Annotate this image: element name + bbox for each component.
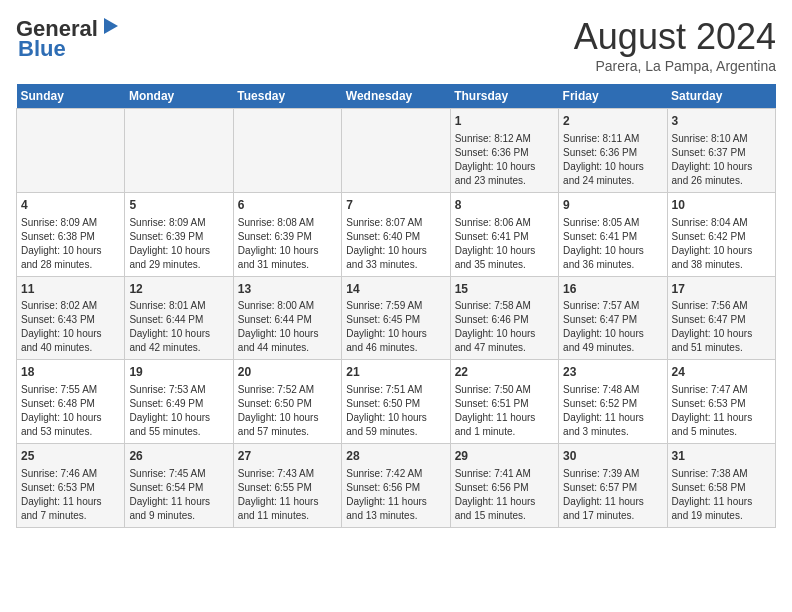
subtitle: Parera, La Pampa, Argentina — [574, 58, 776, 74]
day-info: Sunrise: 8:06 AM Sunset: 6:41 PM Dayligh… — [455, 216, 554, 272]
calendar-cell: 19Sunrise: 7:53 AM Sunset: 6:49 PM Dayli… — [125, 360, 233, 444]
calendar-cell: 11Sunrise: 8:02 AM Sunset: 6:43 PM Dayli… — [17, 276, 125, 360]
day-info: Sunrise: 8:09 AM Sunset: 6:39 PM Dayligh… — [129, 216, 228, 272]
day-info: Sunrise: 7:59 AM Sunset: 6:45 PM Dayligh… — [346, 299, 445, 355]
day-number: 2 — [563, 113, 662, 130]
title-block: August 2024 Parera, La Pampa, Argentina — [574, 16, 776, 74]
day-number: 11 — [21, 281, 120, 298]
day-number: 19 — [129, 364, 228, 381]
day-info: Sunrise: 7:38 AM Sunset: 6:58 PM Dayligh… — [672, 467, 771, 523]
calendar-cell — [233, 109, 341, 193]
calendar-cell: 15Sunrise: 7:58 AM Sunset: 6:46 PM Dayli… — [450, 276, 558, 360]
calendar-cell: 29Sunrise: 7:41 AM Sunset: 6:56 PM Dayli… — [450, 444, 558, 528]
day-info: Sunrise: 7:51 AM Sunset: 6:50 PM Dayligh… — [346, 383, 445, 439]
logo-icon — [100, 16, 122, 38]
calendar-cell: 24Sunrise: 7:47 AM Sunset: 6:53 PM Dayli… — [667, 360, 775, 444]
day-number: 13 — [238, 281, 337, 298]
calendar-cell: 30Sunrise: 7:39 AM Sunset: 6:57 PM Dayli… — [559, 444, 667, 528]
day-number: 18 — [21, 364, 120, 381]
page-header: General Blue August 2024 Parera, La Pamp… — [16, 16, 776, 74]
calendar-cell: 17Sunrise: 7:56 AM Sunset: 6:47 PM Dayli… — [667, 276, 775, 360]
day-number: 9 — [563, 197, 662, 214]
day-number: 23 — [563, 364, 662, 381]
calendar-table: SundayMondayTuesdayWednesdayThursdayFrid… — [16, 84, 776, 528]
header-day-tuesday: Tuesday — [233, 84, 341, 109]
day-number: 17 — [672, 281, 771, 298]
calendar-cell: 12Sunrise: 8:01 AM Sunset: 6:44 PM Dayli… — [125, 276, 233, 360]
calendar-cell: 22Sunrise: 7:50 AM Sunset: 6:51 PM Dayli… — [450, 360, 558, 444]
calendar-cell: 6Sunrise: 8:08 AM Sunset: 6:39 PM Daylig… — [233, 192, 341, 276]
day-number: 12 — [129, 281, 228, 298]
day-number: 26 — [129, 448, 228, 465]
calendar-cell: 18Sunrise: 7:55 AM Sunset: 6:48 PM Dayli… — [17, 360, 125, 444]
calendar-cell: 27Sunrise: 7:43 AM Sunset: 6:55 PM Dayli… — [233, 444, 341, 528]
header-day-friday: Friday — [559, 84, 667, 109]
day-number: 21 — [346, 364, 445, 381]
calendar-cell: 14Sunrise: 7:59 AM Sunset: 6:45 PM Dayli… — [342, 276, 450, 360]
day-number: 6 — [238, 197, 337, 214]
day-info: Sunrise: 8:02 AM Sunset: 6:43 PM Dayligh… — [21, 299, 120, 355]
calendar-cell: 25Sunrise: 7:46 AM Sunset: 6:53 PM Dayli… — [17, 444, 125, 528]
header-day-monday: Monday — [125, 84, 233, 109]
calendar-cell: 23Sunrise: 7:48 AM Sunset: 6:52 PM Dayli… — [559, 360, 667, 444]
day-info: Sunrise: 7:56 AM Sunset: 6:47 PM Dayligh… — [672, 299, 771, 355]
calendar-cell: 31Sunrise: 7:38 AM Sunset: 6:58 PM Dayli… — [667, 444, 775, 528]
calendar-cell: 28Sunrise: 7:42 AM Sunset: 6:56 PM Dayli… — [342, 444, 450, 528]
header-day-wednesday: Wednesday — [342, 84, 450, 109]
day-info: Sunrise: 7:41 AM Sunset: 6:56 PM Dayligh… — [455, 467, 554, 523]
day-number: 22 — [455, 364, 554, 381]
calendar-cell: 10Sunrise: 8:04 AM Sunset: 6:42 PM Dayli… — [667, 192, 775, 276]
day-info: Sunrise: 7:42 AM Sunset: 6:56 PM Dayligh… — [346, 467, 445, 523]
day-info: Sunrise: 7:47 AM Sunset: 6:53 PM Dayligh… — [672, 383, 771, 439]
header-day-saturday: Saturday — [667, 84, 775, 109]
day-info: Sunrise: 8:08 AM Sunset: 6:39 PM Dayligh… — [238, 216, 337, 272]
calendar-cell: 13Sunrise: 8:00 AM Sunset: 6:44 PM Dayli… — [233, 276, 341, 360]
calendar-cell: 1Sunrise: 8:12 AM Sunset: 6:36 PM Daylig… — [450, 109, 558, 193]
day-number: 16 — [563, 281, 662, 298]
day-number: 15 — [455, 281, 554, 298]
day-number: 30 — [563, 448, 662, 465]
day-info: Sunrise: 7:43 AM Sunset: 6:55 PM Dayligh… — [238, 467, 337, 523]
day-number: 5 — [129, 197, 228, 214]
day-info: Sunrise: 8:07 AM Sunset: 6:40 PM Dayligh… — [346, 216, 445, 272]
calendar-cell: 21Sunrise: 7:51 AM Sunset: 6:50 PM Dayli… — [342, 360, 450, 444]
week-row-2: 4Sunrise: 8:09 AM Sunset: 6:38 PM Daylig… — [17, 192, 776, 276]
day-number: 20 — [238, 364, 337, 381]
day-info: Sunrise: 7:45 AM Sunset: 6:54 PM Dayligh… — [129, 467, 228, 523]
calendar-cell: 3Sunrise: 8:10 AM Sunset: 6:37 PM Daylig… — [667, 109, 775, 193]
week-row-4: 18Sunrise: 7:55 AM Sunset: 6:48 PM Dayli… — [17, 360, 776, 444]
day-number: 8 — [455, 197, 554, 214]
day-info: Sunrise: 7:58 AM Sunset: 6:46 PM Dayligh… — [455, 299, 554, 355]
calendar-header-row: SundayMondayTuesdayWednesdayThursdayFrid… — [17, 84, 776, 109]
calendar-cell: 16Sunrise: 7:57 AM Sunset: 6:47 PM Dayli… — [559, 276, 667, 360]
day-info: Sunrise: 8:10 AM Sunset: 6:37 PM Dayligh… — [672, 132, 771, 188]
day-number: 27 — [238, 448, 337, 465]
day-info: Sunrise: 8:09 AM Sunset: 6:38 PM Dayligh… — [21, 216, 120, 272]
day-number: 28 — [346, 448, 445, 465]
day-info: Sunrise: 7:55 AM Sunset: 6:48 PM Dayligh… — [21, 383, 120, 439]
day-info: Sunrise: 8:12 AM Sunset: 6:36 PM Dayligh… — [455, 132, 554, 188]
calendar-cell: 7Sunrise: 8:07 AM Sunset: 6:40 PM Daylig… — [342, 192, 450, 276]
day-number: 31 — [672, 448, 771, 465]
svg-marker-0 — [104, 18, 118, 34]
day-info: Sunrise: 8:05 AM Sunset: 6:41 PM Dayligh… — [563, 216, 662, 272]
logo: General Blue — [16, 16, 122, 62]
month-title: August 2024 — [574, 16, 776, 58]
day-number: 4 — [21, 197, 120, 214]
day-info: Sunrise: 7:39 AM Sunset: 6:57 PM Dayligh… — [563, 467, 662, 523]
day-number: 14 — [346, 281, 445, 298]
day-info: Sunrise: 8:01 AM Sunset: 6:44 PM Dayligh… — [129, 299, 228, 355]
day-number: 3 — [672, 113, 771, 130]
header-day-sunday: Sunday — [17, 84, 125, 109]
day-info: Sunrise: 7:57 AM Sunset: 6:47 PM Dayligh… — [563, 299, 662, 355]
day-info: Sunrise: 7:46 AM Sunset: 6:53 PM Dayligh… — [21, 467, 120, 523]
day-info: Sunrise: 8:04 AM Sunset: 6:42 PM Dayligh… — [672, 216, 771, 272]
calendar-cell: 2Sunrise: 8:11 AM Sunset: 6:36 PM Daylig… — [559, 109, 667, 193]
calendar-cell — [342, 109, 450, 193]
day-info: Sunrise: 8:00 AM Sunset: 6:44 PM Dayligh… — [238, 299, 337, 355]
calendar-cell: 4Sunrise: 8:09 AM Sunset: 6:38 PM Daylig… — [17, 192, 125, 276]
day-number: 7 — [346, 197, 445, 214]
calendar-cell — [17, 109, 125, 193]
day-number: 24 — [672, 364, 771, 381]
calendar-cell: 20Sunrise: 7:52 AM Sunset: 6:50 PM Dayli… — [233, 360, 341, 444]
